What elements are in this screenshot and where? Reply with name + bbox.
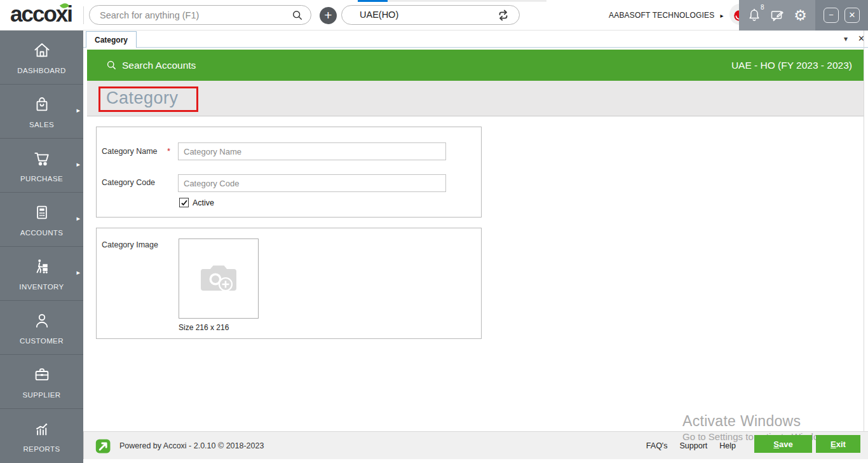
activate-windows-watermark: Activate Windows bbox=[682, 413, 801, 430]
person-icon bbox=[32, 311, 51, 333]
sidebar-item-label: PURCHASE bbox=[20, 175, 63, 183]
sidebar-item-customer[interactable]: CUSTOMER bbox=[0, 301, 83, 355]
chart-icon bbox=[32, 419, 51, 441]
sidebar-item-label: REPORTS bbox=[23, 445, 60, 453]
sidebar-item-supplier[interactable]: SUPPLIER bbox=[0, 355, 83, 409]
image-upload-box[interactable] bbox=[179, 238, 259, 319]
calculator-icon bbox=[32, 203, 51, 225]
sidebar-item-label: CUSTOMER bbox=[20, 337, 64, 345]
switch-branch-icon[interactable] bbox=[496, 8, 510, 25]
home-icon bbox=[32, 41, 51, 62]
page-title: Category bbox=[106, 88, 179, 107]
page-heading-strip bbox=[87, 81, 864, 116]
camera-add-icon bbox=[198, 260, 239, 297]
account-menu[interactable]: AABASOFT TECHNOLOGIES ▸ bbox=[609, 0, 750, 31]
search-icon[interactable] bbox=[292, 10, 303, 24]
top-progress-strip bbox=[358, 0, 388, 2]
sidebar-item-label: SALES bbox=[29, 121, 54, 128]
top-bar: accoxi + UAE(HO) AABASOFT TECHNOLOGIES ▸ bbox=[0, 0, 868, 31]
category-details-panel bbox=[96, 127, 482, 218]
accoxi-logo: accoxi bbox=[10, 1, 72, 27]
module-toolbar: Search Accounts UAE - HO (FY 2023 - 2023… bbox=[87, 50, 864, 81]
accoxi-footer-icon bbox=[95, 437, 113, 458]
notifications-button[interactable]: 8 bbox=[746, 7, 763, 24]
global-search-input[interactable] bbox=[100, 6, 290, 24]
exit-button[interactable]: Exit bbox=[816, 435, 860, 453]
category-code-input[interactable] bbox=[178, 174, 446, 192]
sidebar-item-dashboard[interactable]: DASHBOARD bbox=[0, 31, 83, 85]
tab-list-dropdown-icon[interactable]: ▾ bbox=[844, 34, 848, 43]
gear-icon: ⚙ bbox=[794, 8, 807, 23]
briefcase-icon bbox=[32, 365, 51, 387]
footer-links: FAQ's Support Help bbox=[646, 432, 736, 459]
fiscal-year-label: UAE - HO (FY 2023 - 2023) bbox=[731, 60, 852, 71]
tab-category[interactable]: Category bbox=[86, 31, 137, 48]
sidebar-item-accounts[interactable]: ACCOUNTS ▸ bbox=[0, 193, 83, 247]
sidebar-item-purchase[interactable]: PURCHASE ▸ bbox=[0, 139, 83, 193]
category-name-label: Category Name bbox=[102, 147, 158, 156]
sidebar-item-label: INVENTORY bbox=[19, 283, 64, 291]
minimize-button[interactable]: − bbox=[824, 8, 839, 23]
chevron-right-icon: ▸ bbox=[76, 268, 80, 277]
chevron-right-icon: ▸ bbox=[720, 12, 723, 19]
image-size-caption: Size 216 x 216 bbox=[179, 323, 229, 332]
window-controls: − ✕ bbox=[815, 0, 868, 31]
logo-text: acco bbox=[10, 1, 56, 26]
help-link[interactable]: Help bbox=[719, 441, 736, 450]
sidebar-item-label: DASHBOARD bbox=[17, 67, 65, 74]
category-code-label: Category Code bbox=[102, 178, 155, 187]
company-name: AABASOFT TECHNOLOGIES bbox=[609, 11, 714, 20]
highlight-box: Category bbox=[98, 86, 198, 112]
required-asterisk: * bbox=[167, 146, 170, 156]
category-image-label: Category Image bbox=[102, 240, 158, 249]
app-window: accoxi + UAE(HO) AABASOFT TECHNOLOGIES ▸ bbox=[0, 0, 868, 463]
save-button[interactable]: Save bbox=[754, 435, 812, 453]
chevron-right-icon: ▸ bbox=[76, 214, 80, 223]
shopping-bag-icon bbox=[32, 95, 51, 116]
active-label: Active bbox=[193, 198, 214, 207]
powered-by-label: Powered by Accoxi - 2.0.10 © 2018-2023 bbox=[119, 441, 264, 450]
divider bbox=[83, 6, 84, 24]
sidebar-item-sales[interactable]: SALES ▸ bbox=[0, 85, 83, 139]
chevron-right-icon: ▸ bbox=[76, 160, 80, 169]
faqs-link[interactable]: FAQ's bbox=[646, 441, 668, 450]
tab-strip bbox=[83, 31, 868, 48]
chevron-right-icon: ▸ bbox=[76, 106, 80, 114]
global-search bbox=[89, 5, 311, 25]
content-right-border bbox=[864, 31, 864, 459]
notification-badge: 8 bbox=[761, 4, 764, 11]
branch-label: UAE(HO) bbox=[360, 10, 398, 20]
icon-tray: 8 ⚙ bbox=[739, 0, 815, 31]
sidebar-item-label: SUPPLIER bbox=[22, 391, 60, 399]
trolley-icon bbox=[32, 257, 51, 279]
active-checkbox[interactable] bbox=[179, 198, 189, 207]
search-accounts-button[interactable]: Search Accounts bbox=[106, 60, 196, 71]
settings-button[interactable]: ⚙ bbox=[792, 7, 809, 24]
close-button[interactable]: ✕ bbox=[844, 8, 860, 23]
search-accounts-label: Search Accounts bbox=[122, 60, 196, 71]
sidebar-item-reports[interactable]: REPORTS bbox=[0, 409, 83, 463]
category-name-input[interactable] bbox=[178, 142, 446, 160]
sidebar-item-label: ACCOUNTS bbox=[20, 229, 64, 237]
cart-icon bbox=[32, 149, 51, 170]
top-divider-strip bbox=[388, 1, 546, 1]
add-button[interactable]: + bbox=[320, 7, 337, 24]
sidebar-item-inventory[interactable]: INVENTORY ▸ bbox=[0, 247, 83, 301]
branch-selector[interactable]: UAE(HO) bbox=[341, 5, 520, 25]
messages-button[interactable] bbox=[769, 7, 785, 24]
sidebar: DASHBOARD SALES ▸ PURCHASE ▸ ACCOUNTS ▸ … bbox=[0, 31, 83, 463]
support-link[interactable]: Support bbox=[680, 441, 708, 450]
logo-x: x bbox=[56, 1, 67, 26]
